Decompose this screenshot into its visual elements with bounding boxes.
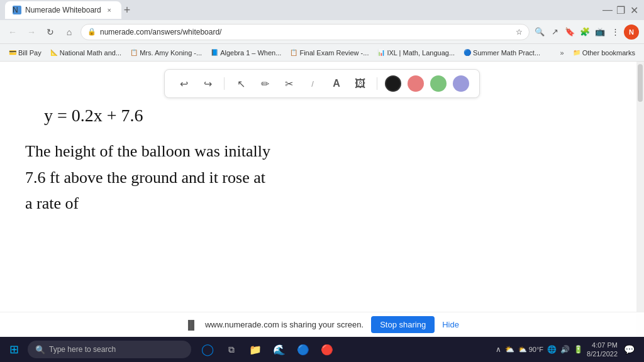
bookmark-national-math[interactable]: 📐 National Math and... (47, 48, 125, 58)
bookmark-other[interactable]: 📁 Other bookmarks (569, 48, 639, 58)
explanation-text: The height of the balloon was initally 7… (25, 138, 619, 217)
settings-icon[interactable]: ⋮ (609, 26, 621, 38)
text-tool[interactable]: A (328, 75, 345, 92)
scrollbar[interactable] (636, 62, 644, 337)
color-purple[interactable] (453, 75, 469, 92)
network-icon[interactable]: 🌐 (547, 345, 557, 354)
folder-icon: 📁 (573, 49, 580, 56)
toolbar-separator-2 (377, 77, 377, 90)
minimize-button[interactable]: — (602, 6, 611, 14)
chrome-button[interactable]: 🔵 (292, 338, 314, 361)
taskbar-system-tray: ∧ ⛅ ⛅ 90°F 🌐 🔊 🔋 4:07 PM 8/21/2022 💬 (496, 341, 641, 359)
taskbar-search-icon: 🔍 (35, 345, 45, 354)
file-explorer-icon: 📁 (249, 344, 262, 356)
weather-icon: ⛅ (505, 345, 514, 354)
text-line-3: a rate of (25, 190, 619, 217)
forward-button[interactable]: → (24, 25, 39, 40)
star-icon[interactable]: ☆ (516, 28, 523, 36)
bookmark-final-exam[interactable]: 📋 Final Exam Review -... (286, 48, 372, 58)
share-icon[interactable]: ↗ (548, 26, 561, 38)
bill-pay-icon: 💳 (9, 49, 16, 56)
chrome-icon: 🔵 (297, 344, 309, 356)
profile-button[interactable]: N (624, 25, 639, 40)
color-green[interactable] (430, 75, 447, 92)
sharing-message: www.numerade.com is sharing your screen. (205, 320, 364, 329)
scrollbar-thumb[interactable] (638, 64, 643, 102)
app-button[interactable]: 🔴 (316, 338, 338, 361)
address-bar-icons: 🔍 ↗ 🔖 🧩 📺 ⋮ N (533, 25, 639, 40)
bookmarks-bar: 💳 Bill Pay 📐 National Math and... 📋 Mrs.… (0, 44, 644, 62)
clock-display: 4:07 PM 8/21/2022 (587, 341, 618, 359)
tab-favicon: N (13, 6, 21, 14)
bookmark-bill-pay[interactable]: 💳 Bill Pay (5, 48, 45, 58)
bookmark-summer-math[interactable]: 🔵 Summer Math Pract... (460, 48, 544, 58)
cast-icon[interactable]: 📺 (594, 26, 606, 38)
redo-button[interactable]: ↪ (199, 75, 216, 92)
app-icon: 🔴 (321, 344, 333, 356)
time-text: 4:07 PM (587, 341, 618, 349)
url-text: numerade.com/answers/whiteboard/ (100, 28, 512, 36)
bookmarks-more[interactable]: » (557, 48, 568, 58)
whiteboard-content: y = 0.2x + 7.6 The height of the balloon… (0, 106, 644, 217)
home-button[interactable]: ⌂ (62, 25, 77, 40)
windows-start-button[interactable]: ⊞ (3, 338, 25, 361)
image-tool[interactable]: 🖼 (352, 75, 369, 92)
edge-icon: 🌊 (273, 344, 286, 356)
back-button[interactable]: ← (5, 25, 20, 40)
window-controls: — ❐ ✕ (602, 6, 639, 14)
pen-tool[interactable]: ✏ (256, 75, 274, 92)
screen-sharing-bar: ▐▌ www.numerade.com is sharing your scre… (0, 312, 644, 337)
toolbar-separator-1 (224, 77, 225, 90)
extension-icon[interactable]: 🧩 (579, 26, 591, 38)
lock-icon: 🔒 (87, 28, 96, 36)
bookmark-icon[interactable]: 🔖 (564, 26, 576, 38)
text-line-1: The height of the balloon was initally (25, 138, 619, 165)
whiteboard-area[interactable]: ↩ ↪ ↖ ✏ ✂ / A 🖼 y = 0.2x + 7.6 The heigh… (0, 62, 644, 337)
address-bar: ← → ↻ ⌂ 🔒 numerade.com/answers/whiteboar… (0, 20, 644, 44)
select-tool[interactable]: ↖ (232, 75, 250, 92)
drawing-toolbar: ↩ ↪ ↖ ✏ ✂ / A 🖼 (164, 69, 480, 98)
tab-close-btn[interactable]: × (105, 6, 114, 14)
bookmark-ixl[interactable]: 📊 IXL | Math, Languag... (374, 48, 458, 58)
search-icon[interactable]: 🔍 (533, 26, 546, 38)
cortana-button[interactable]: ◯ (196, 338, 219, 361)
national-math-icon: 📐 (50, 49, 58, 56)
notification-button[interactable]: 💬 (621, 342, 636, 357)
hide-button[interactable]: Hide (442, 320, 459, 329)
date-text: 8/21/2022 (587, 349, 618, 358)
maximize-button[interactable]: ❐ (616, 6, 625, 14)
file-explorer-button[interactable]: 📁 (244, 338, 267, 361)
browser-tab[interactable]: N Numerade Whiteboard × (5, 1, 121, 19)
task-view-button[interactable]: ⧉ (220, 338, 243, 361)
url-bar[interactable]: 🔒 numerade.com/answers/whiteboard/ ☆ (80, 24, 530, 40)
taskbar-search[interactable]: 🔍 Type here to search (28, 341, 191, 358)
tools-menu[interactable]: ✂ (280, 75, 297, 92)
summer-math-icon: 🔵 (464, 49, 471, 56)
undo-button[interactable]: ↩ (175, 75, 192, 92)
bookmark-mrs-amy[interactable]: 📋 Mrs. Amy Koning -... (126, 48, 206, 58)
algebra-icon: 📘 (211, 49, 218, 56)
system-tray-expand[interactable]: ∧ (496, 345, 501, 354)
taskbar-apps: ◯ ⧉ 📁 🌊 🔵 🔴 (196, 338, 338, 361)
windows-logo-icon: ⊞ (9, 343, 19, 356)
bookmark-algebra[interactable]: 📘 Algebra 1 – When... (207, 48, 285, 58)
eraser-tool[interactable]: / (304, 75, 321, 92)
taskbar-search-placeholder: Type here to search (49, 345, 116, 354)
volume-icon[interactable]: 🔊 (560, 345, 570, 354)
weather-temp: ⛅ 90°F (518, 346, 543, 354)
color-pink[interactable] (408, 75, 424, 92)
refresh-button[interactable]: ↻ (43, 25, 58, 40)
tab-title: Numerade Whiteboard (25, 6, 101, 14)
mrs-amy-icon: 📋 (130, 49, 138, 56)
new-tab-button[interactable]: + (124, 4, 131, 17)
battery-icon: 🔋 (574, 345, 583, 354)
title-bar: N Numerade Whiteboard × + — ❐ ✕ (0, 0, 644, 20)
text-line-2: 7.6 ft above the ground and it rose at (25, 165, 619, 191)
color-black[interactable] (385, 75, 401, 92)
task-view-icon: ⧉ (228, 344, 235, 355)
stop-sharing-button[interactable]: Stop sharing (371, 316, 435, 333)
close-button[interactable]: ✕ (630, 6, 639, 14)
equation-text: y = 0.2x + 7.6 (44, 106, 619, 126)
edge-button[interactable]: 🌊 (268, 338, 291, 361)
taskbar: ⊞ 🔍 Type here to search ◯ ⧉ 📁 🌊 🔵 🔴 ∧ ⛅ … (0, 337, 644, 362)
